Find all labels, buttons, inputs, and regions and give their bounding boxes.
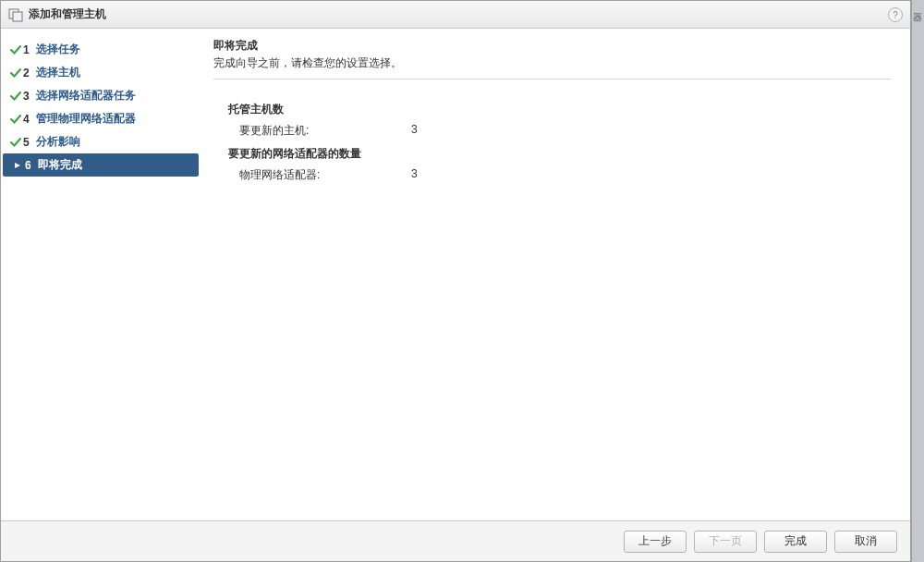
step-number: 4	[23, 113, 36, 126]
next-button: 下一页	[694, 531, 757, 553]
dialog-footer: 上一步 下一页 完成 取消	[1, 520, 910, 561]
step-number: 2	[23, 67, 36, 79]
background-strip: 器	[911, 0, 924, 562]
section-title: 托管主机数	[213, 102, 892, 117]
step-label: 管理物理网络适配器	[36, 111, 136, 127]
nav-step-3[interactable]: 3选择网络适配器任务	[1, 84, 201, 107]
divider	[213, 79, 892, 79]
cancel-button[interactable]: 取消	[834, 531, 897, 553]
content-subheading: 完成向导之前，请检查您的设置选择。	[213, 55, 892, 79]
wizard-content: 即将完成 完成向导之前，请检查您的设置选择。 托管主机数要更新的主机:3要更新的…	[201, 29, 910, 520]
step-bullet-icon	[10, 162, 25, 169]
section-title: 要更新的网络适配器的数量	[213, 146, 892, 162]
summary-value: 3	[411, 167, 418, 183]
content-heading: 即将完成	[213, 38, 892, 55]
check-icon	[8, 114, 23, 125]
step-label: 选择主机	[36, 65, 80, 80]
step-number: 5	[23, 136, 36, 149]
check-icon	[8, 137, 23, 148]
help-icon[interactable]: ?	[888, 7, 903, 22]
dialog-body: 1选择任务2选择主机3选择网络适配器任务4管理物理网络适配器5分析影响6即将完成…	[1, 29, 910, 520]
check-icon	[8, 44, 23, 55]
summary-key: 物理网络适配器:	[239, 167, 411, 183]
step-number: 1	[23, 43, 36, 56]
step-label: 即将完成	[38, 157, 82, 173]
step-number: 6	[25, 159, 38, 172]
summary-key: 要更新的主机:	[239, 123, 411, 139]
hosts-icon	[8, 7, 23, 22]
wizard-dialog: 添加和管理主机 ? 1选择任务2选择主机3选择网络适配器任务4管理物理网络适配器…	[0, 0, 911, 562]
nav-step-5[interactable]: 5分析影响	[1, 130, 201, 153]
summary-sections: 托管主机数要更新的主机:3要更新的网络适配器的数量物理网络适配器:3	[213, 102, 892, 183]
check-icon	[8, 91, 23, 102]
step-label: 选择任务	[36, 42, 80, 57]
titlebar: 添加和管理主机 ?	[1, 1, 910, 29]
nav-step-2[interactable]: 2选择主机	[1, 61, 201, 84]
svg-rect-1	[13, 12, 22, 21]
step-number: 3	[23, 90, 36, 103]
finish-button[interactable]: 完成	[764, 531, 827, 553]
wizard-nav: 1选择任务2选择主机3选择网络适配器任务4管理物理网络适配器5分析影响6即将完成	[1, 29, 201, 520]
nav-step-6: 6即将完成	[3, 153, 199, 177]
nav-step-4[interactable]: 4管理物理网络适配器	[1, 107, 201, 130]
svg-marker-2	[15, 163, 20, 168]
check-icon	[8, 67, 23, 79]
summary-value: 3	[411, 123, 418, 139]
summary-row: 物理网络适配器:3	[213, 167, 892, 183]
summary-row: 要更新的主机:3	[213, 123, 892, 139]
nav-step-1[interactable]: 1选择任务	[1, 38, 201, 61]
dialog-title: 添加和管理主机	[29, 6, 106, 22]
step-label: 选择网络适配器任务	[36, 88, 136, 104]
step-label: 分析影响	[36, 134, 80, 150]
back-button[interactable]: 上一步	[624, 531, 687, 553]
